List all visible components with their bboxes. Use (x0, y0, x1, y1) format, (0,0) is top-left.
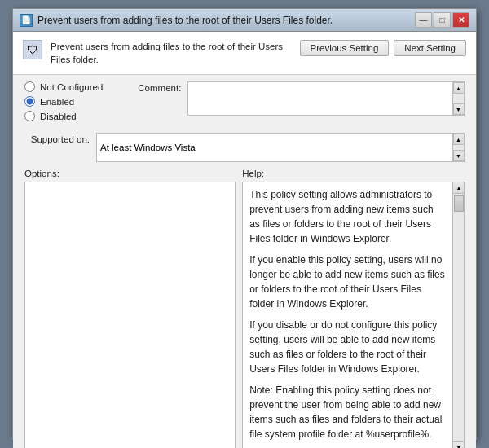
supported-scroll-up[interactable]: ▲ (453, 134, 465, 145)
help-scroll-up[interactable]: ▲ (453, 182, 465, 194)
disabled-option[interactable]: Disabled (24, 111, 103, 121)
help-column: Help: This policy setting allows adminis… (242, 169, 465, 448)
supported-row: Supported on: At least Windows Vista ▲ ▼ (24, 133, 465, 162)
help-paragraph-2: If you enable this policy setting, users… (249, 253, 446, 311)
minimize-button[interactable]: — (415, 12, 432, 28)
help-scroll-thumb[interactable] (454, 195, 464, 212)
options-column: Options: (24, 169, 236, 448)
comment-field-container: ▲ ▼ (187, 81, 465, 116)
radio-section: Not Configured Enabled Disabled (24, 81, 103, 121)
comment-textarea[interactable] (188, 82, 452, 115)
header-section: 🛡 Prevent users from adding files to the… (13, 32, 476, 75)
not-configured-label: Not Configured (40, 82, 103, 92)
not-configured-radio[interactable] (24, 81, 35, 92)
options-label: Options: (24, 169, 236, 178)
two-column-section: Options: Help: This policy setting allow… (24, 169, 465, 448)
comment-scrollbar: ▲ ▼ (452, 82, 464, 115)
help-text: This policy setting allows administrator… (243, 182, 452, 448)
comment-scroll-up[interactable]: ▲ (453, 82, 465, 94)
enabled-label: Enabled (40, 97, 74, 107)
help-paragraph-4: Note: Enabling this policy setting does … (249, 383, 446, 441)
help-scroll-down[interactable]: ▼ (453, 441, 465, 448)
content-area: Not Configured Enabled Disabled Comment: (13, 75, 476, 448)
header-text: Prevent users from adding files to the r… (51, 40, 292, 66)
header-icon: 🛡 (23, 40, 42, 59)
help-paragraph-3: If you disable or do not configure this … (249, 318, 446, 376)
title-bar-left: 📄 Prevent users from adding files to the… (20, 14, 333, 27)
maximize-button[interactable]: □ (434, 12, 451, 28)
dialog-window: 📄 Prevent users from adding files to the… (12, 8, 477, 440)
supported-scroll-down[interactable]: ▼ (453, 150, 465, 161)
comment-row: Comment: ▲ ▼ (116, 81, 465, 116)
options-content (25, 182, 235, 448)
help-label: Help: (242, 169, 465, 178)
window-title: Prevent users from adding files to the r… (37, 15, 333, 26)
supported-scrollbar: ▲ ▼ (452, 134, 464, 161)
help-paragraph-1: This policy setting allows administrator… (249, 187, 446, 246)
enabled-option[interactable]: Enabled (24, 96, 103, 107)
close-button[interactable]: ✕ (452, 12, 469, 28)
comment-scroll-down[interactable]: ▼ (453, 103, 465, 115)
title-bar: 📄 Prevent users from adding files to the… (13, 9, 476, 32)
disabled-radio[interactable] (24, 111, 35, 121)
supported-value: At least Windows Vista (97, 134, 452, 161)
disabled-label: Disabled (40, 112, 77, 121)
next-setting-button[interactable]: Next Setting (394, 40, 466, 56)
title-controls: — □ ✕ (415, 12, 469, 28)
supported-value-container: At least Windows Vista ▲ ▼ (96, 133, 465, 162)
supported-label: Supported on: (24, 133, 90, 144)
help-scrollbar: ▲ ▼ (452, 182, 464, 448)
options-box (24, 182, 236, 448)
previous-setting-button[interactable]: Previous Setting (300, 40, 390, 56)
enabled-radio[interactable] (24, 96, 35, 107)
help-box: This policy setting allows administrator… (242, 182, 465, 448)
comment-label: Comment: (116, 81, 181, 93)
not-configured-option[interactable]: Not Configured (24, 81, 103, 92)
window-icon: 📄 (20, 14, 33, 27)
header-buttons: Previous Setting Next Setting (300, 40, 466, 56)
